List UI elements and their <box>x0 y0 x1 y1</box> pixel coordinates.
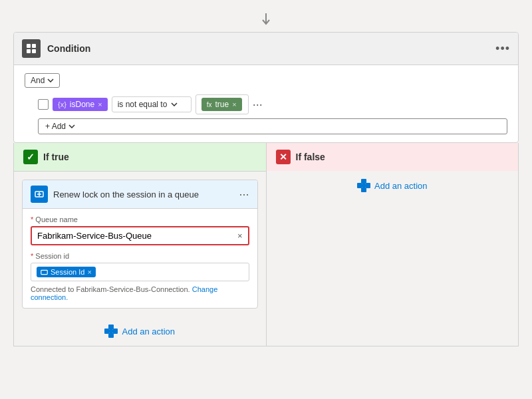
svg-rect-7 <box>104 329 109 334</box>
svg-rect-4 <box>32 49 36 53</box>
true-remove[interactable]: × <box>232 100 236 108</box>
action-card: Renew lock on the session in a queue ···… <box>22 180 258 309</box>
svg-rect-12 <box>357 183 362 188</box>
action-header: Renew lock on the session in a queue ··· <box>23 180 257 209</box>
action-service-bus-icon <box>31 186 48 203</box>
add-button[interactable]: + Add <box>38 118 507 134</box>
action-title: Renew lock on the session in a queue <box>53 190 233 200</box>
add-action-false[interactable]: Add an action <box>267 171 519 200</box>
svg-rect-16 <box>362 184 366 188</box>
action-more-button[interactable]: ··· <box>239 188 249 201</box>
connection-info: Connected to Fabrikam-Service-Bus-Connec… <box>31 285 249 301</box>
fx-icon: fx <box>207 101 212 108</box>
svg-rect-9 <box>108 325 114 329</box>
expression-icon: {x} <box>58 100 66 108</box>
true-icon: ✓ <box>23 150 38 164</box>
svg-rect-8 <box>113 329 118 334</box>
branch-false: ✕ If false Add an action <box>267 143 519 346</box>
svg-rect-2 <box>32 44 36 48</box>
branches-container: ✓ If true Renew lock on the session in a… <box>13 143 519 346</box>
operator-dropdown[interactable]: is not equal to <box>112 96 192 112</box>
value-box: fx true × <box>196 94 249 114</box>
branch-false-content: Add an action <box>267 171 519 200</box>
condition-body: And {x} isDone × is not equal to <box>14 65 518 142</box>
branch-true-title: If true <box>43 152 69 162</box>
queue-input[interactable]: Fabrikam-Service-Bus-Queue × <box>31 226 249 245</box>
svg-rect-13 <box>366 183 370 188</box>
add-action-icon-false <box>357 179 370 192</box>
top-arrow <box>13 13 519 27</box>
condition-items: {x} isDone × is not equal to fx true × <box>38 94 507 114</box>
true-tag: fx true × <box>201 98 242 111</box>
action-body: Queue name Fabrikam-Service-Bus-Queue × … <box>23 209 257 308</box>
svg-rect-1 <box>27 44 31 48</box>
branch-true: ✓ If true Renew lock on the session in a… <box>14 143 267 346</box>
isdone-remove[interactable]: × <box>98 100 102 108</box>
isdone-tag: {x} isDone × <box>53 98 108 111</box>
add-action-true-label: Add an action <box>122 327 175 336</box>
svg-rect-11 <box>109 329 113 333</box>
session-remove[interactable]: × <box>87 268 91 276</box>
false-icon: ✕ <box>276 150 291 164</box>
condition-header: Condition ••• <box>14 33 518 65</box>
session-label: Session id <box>31 252 249 260</box>
queue-label: Queue name <box>31 215 249 223</box>
svg-rect-6 <box>41 270 47 274</box>
condition-more-button[interactable]: ••• <box>495 43 510 55</box>
session-input[interactable]: Session Id × <box>31 263 249 281</box>
branch-true-header: ✓ If true <box>14 143 266 172</box>
condition-row-more[interactable]: ··· <box>253 98 263 112</box>
queue-value: Fabrikam-Service-Bus-Queue <box>37 231 152 241</box>
session-tag: Session Id × <box>37 267 96 277</box>
condition-card: Condition ••• And {x} isDone × <box>13 32 519 143</box>
svg-rect-10 <box>108 333 114 338</box>
and-dropdown[interactable]: And <box>25 73 60 88</box>
branch-false-header: ✕ If false <box>267 143 519 171</box>
condition-icon <box>22 39 41 58</box>
add-action-icon-true <box>104 325 118 338</box>
workflow-canvas: Condition ••• And {x} isDone × <box>13 13 519 346</box>
add-action-true[interactable]: Add an action <box>14 317 266 346</box>
condition-title: Condition <box>47 43 489 54</box>
svg-rect-14 <box>361 179 366 184</box>
svg-rect-3 <box>27 49 31 53</box>
add-action-false-label: Add an action <box>374 181 428 191</box>
svg-rect-15 <box>361 188 366 192</box>
and-row: And <box>25 73 507 88</box>
branch-false-title: If false <box>296 152 325 162</box>
queue-clear[interactable]: × <box>237 231 243 241</box>
condition-checkbox[interactable] <box>38 99 49 110</box>
